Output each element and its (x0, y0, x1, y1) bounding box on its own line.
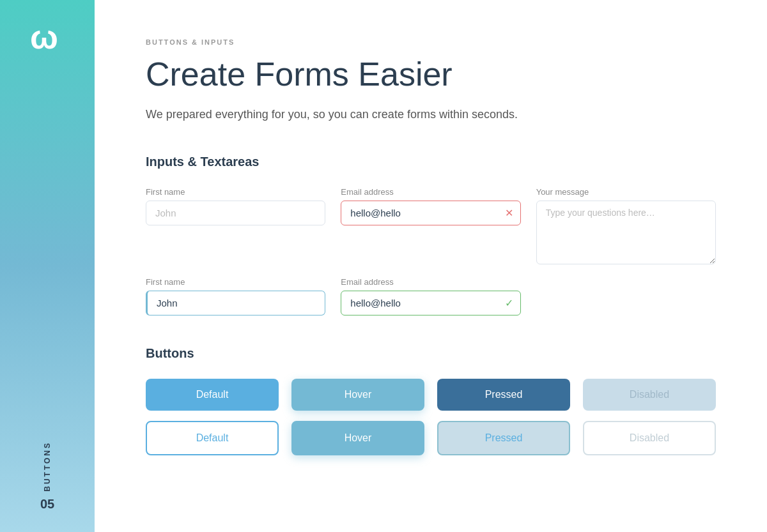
firstname-focused-input[interactable] (146, 291, 325, 315)
sidebar-page-number: 05 (40, 497, 54, 512)
inputs-section: Inputs & Textareas First name Email addr… (146, 155, 716, 315)
sidebar: ω BUTTONS 05 (0, 0, 95, 532)
email-error-input[interactable] (341, 201, 520, 225)
page-title: Create Forms Easier (146, 56, 716, 93)
main-content: BUTTONS & INPUTS Create Forms Easier We … (95, 0, 767, 532)
email-error-wrapper: ✕ (341, 201, 520, 225)
success-icon: ✓ (505, 297, 513, 309)
btn-outline-pressed[interactable]: Pressed (437, 421, 570, 455)
form-group-email-success: Email address ✓ (341, 277, 520, 315)
email-success-label: Email address (341, 277, 520, 287)
sidebar-bottom: BUTTONS 05 (40, 441, 54, 512)
btn-primary-hover[interactable]: Hover (291, 379, 424, 411)
firstname-default-input[interactable] (146, 201, 325, 225)
buttons-section-title: Buttons (146, 346, 716, 361)
form-group-message: Your message (536, 187, 716, 264)
page-subtitle: We prepared everything for you, so you c… (146, 105, 529, 124)
breadcrumb: BUTTONS & INPUTS (146, 38, 716, 46)
form-group-email-error: Email address ✕ (341, 187, 520, 264)
btn-outline-hover[interactable]: Hover (291, 421, 424, 455)
email-error-label: Email address (341, 187, 520, 197)
error-icon: ✕ (505, 207, 513, 219)
inputs-form-grid: First name Email address ✕ Your message … (146, 187, 716, 315)
sidebar-section-label: BUTTONS (43, 441, 52, 492)
buttons-section: Buttons Default Hover Pressed Disabled D… (146, 346, 716, 455)
form-group-firstname-default: First name (146, 187, 325, 264)
form-group-empty (536, 277, 716, 315)
btn-primary-disabled: Disabled (583, 379, 716, 411)
btn-primary-pressed[interactable]: Pressed (437, 379, 570, 411)
form-group-firstname-focused: First name (146, 277, 325, 315)
email-success-wrapper: ✓ (341, 291, 520, 315)
btn-outline-default[interactable]: Default (146, 421, 279, 455)
svg-text:ω: ω (30, 19, 58, 56)
btn-outline-disabled: Disabled (583, 421, 716, 455)
message-textarea[interactable] (536, 201, 716, 264)
email-success-input[interactable] (341, 291, 520, 315)
message-label: Your message (536, 187, 716, 197)
firstname-focused-label: First name (146, 277, 325, 287)
sidebar-logo: ω (25, 15, 70, 63)
btn-primary-default[interactable]: Default (146, 379, 279, 411)
buttons-grid: Default Hover Pressed Disabled Default H… (146, 379, 716, 455)
inputs-section-title: Inputs & Textareas (146, 155, 716, 169)
firstname-default-label: First name (146, 187, 325, 197)
